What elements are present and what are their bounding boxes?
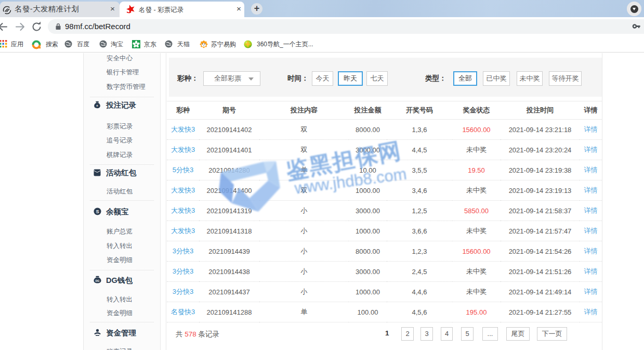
svg-text:DG: DG [95,279,99,282]
svg-text:S: S [96,209,99,214]
svg-text:+: + [96,104,98,108]
